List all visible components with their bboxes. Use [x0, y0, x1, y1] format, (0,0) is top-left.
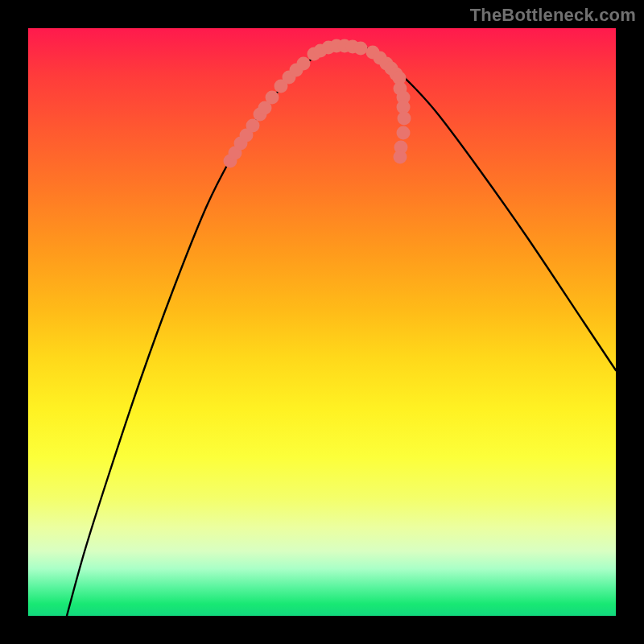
data-marker: [398, 112, 411, 126]
data-marker: [297, 57, 311, 71]
data-marker: [246, 119, 260, 133]
watermark-text: TheBottleneck.com: [470, 5, 636, 26]
data-marker: [266, 91, 279, 105]
data-marker: [394, 151, 407, 164]
plot-area: [28, 28, 616, 616]
data-marker: [397, 126, 411, 140]
data-marker: [354, 42, 368, 56]
bottleneck-curve: [67, 46, 616, 616]
marker-group: [224, 39, 411, 168]
chart-svg: [28, 28, 616, 616]
chart-frame: TheBottleneck.com: [0, 0, 644, 644]
